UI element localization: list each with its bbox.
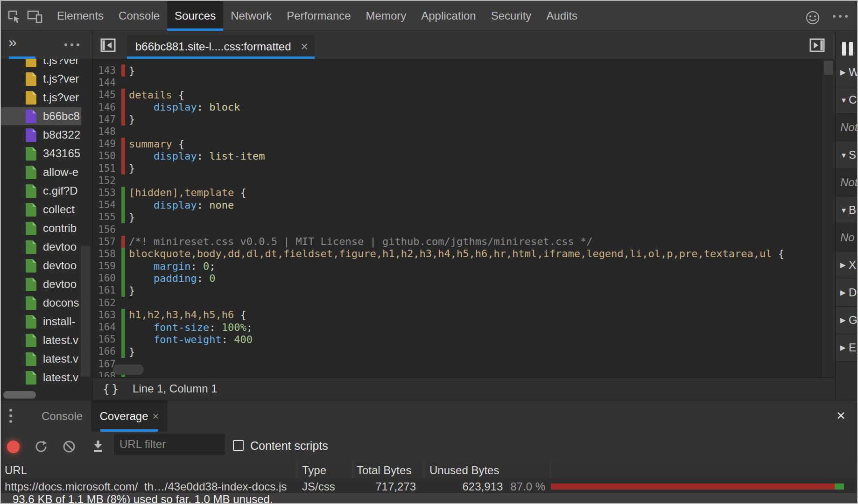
code-editor[interactable]: 143}144145details {146 display: block147… xyxy=(92,59,822,377)
navigator-expand-icon[interactable]: » xyxy=(8,35,17,49)
navigator-horizontal-scrollbar[interactable] xyxy=(3,391,36,399)
hide-navigator-icon[interactable] xyxy=(100,38,116,52)
chevron-down-icon[interactable]: ▼ xyxy=(840,206,849,214)
content-scripts-checkbox[interactable] xyxy=(233,440,244,451)
file-tree-item[interactable]: c.gif?D xyxy=(1,182,81,200)
column-header-total-bytes[interactable]: Total Bytes xyxy=(357,464,411,477)
column-header-url[interactable]: URL xyxy=(5,464,27,477)
feedback-smiley-icon[interactable] xyxy=(805,10,820,25)
source-tab-close-icon[interactable]: × xyxy=(301,40,308,54)
inspect-icon[interactable] xyxy=(7,9,21,24)
line-number[interactable]: 162 xyxy=(92,297,119,308)
editor-vertical-scrollbar[interactable] xyxy=(822,59,835,377)
column-header-type[interactable]: Type xyxy=(302,464,326,477)
chevron-right-icon[interactable]: ▶ xyxy=(840,68,849,77)
chevron-right-icon[interactable]: ▶ xyxy=(840,261,849,269)
line-number[interactable]: 147 xyxy=(92,114,119,125)
file-tree-item[interactable]: t.js?ver xyxy=(1,70,81,88)
file-tree-item[interactable]: 343165 xyxy=(1,145,81,162)
line-number[interactable]: 145 xyxy=(92,89,119,100)
drawer-menu-icon[interactable] xyxy=(9,409,12,423)
line-number[interactable]: 153 xyxy=(92,187,119,198)
line-number[interactable]: 151 xyxy=(92,163,119,174)
file-tree-item[interactable]: latest.v xyxy=(1,331,81,349)
toolbar-tab-elements[interactable]: Elements xyxy=(49,1,111,31)
clear-icon[interactable] xyxy=(62,440,76,454)
file-tree-item[interactable]: t.js?ver xyxy=(1,59,81,69)
debugger-section-header[interactable]: ▼C xyxy=(836,86,858,114)
file-tree-item[interactable]: latest.v xyxy=(1,350,81,368)
file-tree-item[interactable]: install- xyxy=(1,313,81,330)
line-number[interactable]: 143 xyxy=(92,65,119,76)
navigator-overflow-icon[interactable] xyxy=(64,43,79,46)
line-number[interactable]: 155 xyxy=(92,211,119,223)
toolbar-tab-application[interactable]: Application xyxy=(414,1,483,31)
chevron-right-icon[interactable]: ▶ xyxy=(840,343,849,352)
file-tree-item[interactable]: latest.v xyxy=(1,369,81,386)
toolbar-tab-console[interactable]: Console xyxy=(111,1,167,31)
chevron-right-icon[interactable]: ▶ xyxy=(840,288,849,297)
line-number[interactable]: 161 xyxy=(92,285,119,296)
line-number[interactable]: 158 xyxy=(92,248,119,259)
line-number[interactable]: 148 xyxy=(92,126,119,137)
chevron-right-icon[interactable]: ▶ xyxy=(840,316,849,324)
toolbar-tab-performance[interactable]: Performance xyxy=(279,1,358,31)
line-number[interactable]: 146 xyxy=(92,102,119,113)
drawer-tab-console[interactable]: Console xyxy=(42,400,83,432)
navigator-vertical-scrollbar[interactable] xyxy=(81,246,90,377)
export-download-icon[interactable] xyxy=(91,440,105,454)
editor-horizontal-scrollbar[interactable] xyxy=(113,364,144,375)
file-tree-item[interactable]: devtoo xyxy=(1,238,81,256)
debugger-section-header[interactable]: ▼B xyxy=(836,196,858,224)
debugger-section-header[interactable]: ▶X xyxy=(836,252,858,279)
show-debugger-panel-icon[interactable] xyxy=(809,38,825,52)
file-tree-item[interactable]: contrib xyxy=(1,219,81,237)
reload-icon[interactable] xyxy=(34,440,48,454)
record-button[interactable] xyxy=(7,441,20,453)
debugger-section-header[interactable]: ▶W xyxy=(836,59,858,86)
device-toolbar-icon[interactable] xyxy=(27,10,43,23)
toolbar-tab-sources[interactable]: Sources xyxy=(167,1,223,31)
line-number[interactable]: 150 xyxy=(92,150,119,161)
editor-scrollbar-thumb[interactable] xyxy=(824,61,833,75)
toolbar-tab-audits[interactable]: Audits xyxy=(539,1,585,31)
coverage-table-row[interactable]: https://docs.microsoft.com/_th…/43e0dd38… xyxy=(1,478,857,492)
drawer-close-icon[interactable]: × xyxy=(837,407,845,424)
file-tree-item[interactable]: devtoo xyxy=(1,275,81,293)
pretty-print-icon[interactable]: {} xyxy=(103,382,120,396)
coverage-tab-close-icon[interactable]: × xyxy=(153,410,159,423)
line-number[interactable]: 149 xyxy=(92,138,119,149)
debugger-section-header[interactable]: ▶E xyxy=(836,334,858,362)
line-number[interactable]: 154 xyxy=(92,199,119,210)
file-tree-item[interactable]: docons xyxy=(1,294,81,312)
file-tree-item[interactable]: b8d322 xyxy=(1,126,81,144)
file-tree-item[interactable]: allow-e xyxy=(1,163,81,181)
toolbar-tab-memory[interactable]: Memory xyxy=(359,1,414,31)
line-number[interactable]: 163 xyxy=(92,309,119,321)
drawer-tab-coverage[interactable]: Coverage × xyxy=(91,400,168,432)
column-header-unused-bytes[interactable]: Unused Bytes xyxy=(429,464,499,477)
more-menu-icon[interactable] xyxy=(833,15,848,18)
source-file-tab[interactable]: b66bc881.site-l....css:formatted × xyxy=(127,35,315,59)
toolbar-tab-network[interactable]: Network xyxy=(223,1,279,31)
pause-script-icon[interactable] xyxy=(842,42,853,56)
line-number[interactable]: 166 xyxy=(92,346,119,357)
file-tree-item[interactable]: b66bc8 xyxy=(1,107,81,125)
file-tree-item[interactable]: t.js?ver xyxy=(1,89,81,106)
file-tree-item[interactable]: collect xyxy=(1,201,81,218)
url-filter-input[interactable] xyxy=(114,434,225,455)
toolbar-tab-security[interactable]: Security xyxy=(484,1,539,31)
chevron-down-icon[interactable]: ▼ xyxy=(840,151,849,159)
line-number[interactable]: 156 xyxy=(92,224,119,235)
line-number[interactable]: 160 xyxy=(92,273,119,284)
line-number[interactable]: 164 xyxy=(92,322,119,333)
line-number[interactable]: 152 xyxy=(92,175,119,186)
debugger-section-header[interactable]: ▶G xyxy=(836,307,858,334)
chevron-down-icon[interactable]: ▼ xyxy=(840,96,849,104)
line-number[interactable]: 159 xyxy=(92,260,119,272)
file-tree-item[interactable]: devtoo xyxy=(1,257,81,274)
debugger-section-header[interactable]: ▼S xyxy=(836,141,858,169)
line-number[interactable]: 144 xyxy=(92,77,119,88)
debugger-section-header[interactable]: ▶D xyxy=(836,279,858,307)
line-number[interactable]: 157 xyxy=(92,236,119,247)
